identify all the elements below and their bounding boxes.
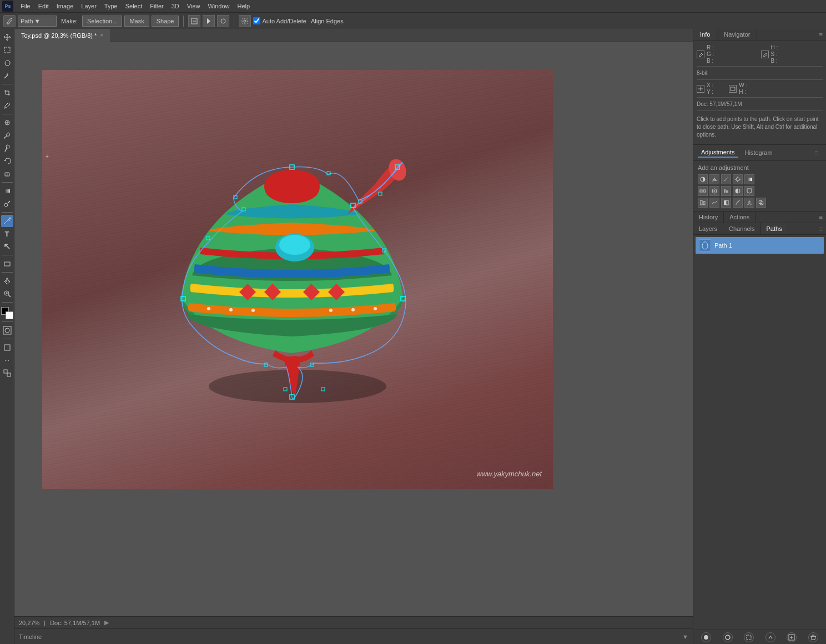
photo-filter-icon[interactable] — [744, 186, 754, 196]
fill-path-btn[interactable] — [701, 632, 711, 642]
black-white-icon[interactable] — [733, 186, 743, 196]
path-align-icon2[interactable] — [203, 15, 215, 27]
svg-point-65 — [736, 178, 739, 181]
dodge-tool[interactable] — [1, 198, 13, 210]
threshold-icon[interactable] — [744, 198, 754, 208]
marquee-tool[interactable] — [1, 44, 13, 56]
curves-icon[interactable] — [721, 174, 731, 184]
hue-saturation-icon[interactable] — [709, 186, 719, 196]
stamp-tool[interactable] — [1, 142, 13, 154]
adj-icons-row3 — [698, 198, 822, 208]
vibrance-icon[interactable] — [698, 186, 708, 196]
screen-mode-btn[interactable] — [1, 341, 13, 354]
path-to-selection-btn[interactable] — [744, 632, 754, 642]
background-color[interactable] — [6, 311, 13, 319]
selection-to-path-btn[interactable] — [765, 632, 775, 642]
gear-icon[interactable] — [239, 15, 251, 27]
timeline-collapse-btn[interactable]: ▼ — [682, 633, 688, 640]
menu-edit[interactable]: Edit — [34, 2, 53, 11]
tab-actions[interactable]: Actions — [724, 212, 756, 223]
menu-view[interactable]: View — [183, 2, 204, 11]
menu-image[interactable]: Image — [53, 2, 78, 11]
menu-window[interactable]: Window — [204, 2, 233, 11]
layers-panel-menu[interactable]: ≡ — [816, 223, 826, 234]
stroke-path-btn[interactable] — [723, 632, 733, 642]
zoom-level: 20,27% — [19, 620, 39, 626]
tool-sep2 — [2, 114, 13, 114]
heal-tool[interactable] — [1, 117, 13, 129]
path-selection-tool[interactable] — [1, 240, 13, 253]
auto-add-delete-checkbox[interactable] — [253, 17, 260, 24]
adj-content: Add an adjustment — [693, 161, 826, 211]
channel-mixer-icon[interactable] — [698, 198, 708, 208]
status-arrow[interactable]: ▶ — [104, 619, 109, 626]
tab-info[interactable]: Info — [693, 29, 717, 41]
pen-tool[interactable] — [1, 215, 13, 227]
adj-panel-menu[interactable]: ≡ — [812, 147, 822, 158]
arrange-btn[interactable] — [1, 367, 13, 379]
history-panel-menu[interactable]: ≡ — [816, 212, 826, 223]
pen-tool-icon[interactable] — [3, 15, 16, 27]
zoom-view-tool[interactable] — [1, 288, 13, 300]
color-lookup-icon[interactable] — [709, 198, 719, 208]
posterize-icon[interactable] — [733, 198, 743, 208]
new-path-btn[interactable] — [787, 632, 797, 642]
extra-tools-btn[interactable]: ··· — [1, 354, 13, 366]
path-arrange-icon[interactable] — [217, 15, 229, 27]
canvas-viewport[interactable]: www.yakymchuk.net + — [14, 42, 693, 616]
quick-mask-btn[interactable] — [1, 324, 13, 336]
svg-rect-16 — [4, 262, 10, 266]
timeline-bar: Timeline ▼ — [14, 628, 693, 644]
lasso-tool[interactable] — [1, 57, 13, 69]
menu-layer[interactable]: Layer — [77, 2, 100, 11]
color-swatches[interactable] — [1, 307, 13, 319]
svg-rect-78 — [703, 202, 705, 205]
eyedropper-tool[interactable] — [1, 99, 13, 112]
brush-tool[interactable] — [1, 129, 13, 142]
menu-help[interactable]: Help — [234, 2, 254, 11]
shape-button[interactable]: Shape — [152, 16, 179, 27]
gradient-tool[interactable] — [1, 185, 13, 197]
menu-filter[interactable]: Filter — [146, 2, 167, 11]
mask-button[interactable]: Mask — [124, 16, 149, 27]
gradient-map-icon[interactable] — [744, 174, 754, 184]
history-brush-tool[interactable] — [1, 155, 13, 167]
path-align-icon1[interactable] — [188, 15, 200, 27]
tab-layers[interactable]: Layers — [693, 223, 723, 234]
text-tool[interactable]: T — [1, 228, 13, 240]
menu-select[interactable]: Select — [122, 2, 147, 11]
color-balance-icon[interactable] — [721, 186, 731, 196]
tab-histogram[interactable]: Histogram — [742, 148, 776, 157]
invert-icon[interactable] — [721, 198, 731, 208]
menu-file[interactable]: File — [17, 2, 34, 11]
tab-navigator[interactable]: Navigator — [717, 29, 757, 41]
eraser-tool[interactable] — [1, 168, 13, 180]
adj-icons-row2 — [698, 186, 822, 196]
brightness-contrast-icon[interactable] — [698, 174, 708, 184]
selection-button[interactable]: Selection... — [82, 16, 122, 27]
tab-adjustments[interactable]: Adjustments — [698, 148, 738, 158]
make-label: Make: — [59, 18, 80, 24]
tab-history[interactable]: History — [693, 212, 724, 223]
menu-type[interactable]: Type — [100, 2, 122, 11]
path-item-1[interactable]: Path 1 — [696, 237, 824, 254]
exposure-icon[interactable] — [733, 174, 743, 184]
tab-channels[interactable]: Channels — [723, 223, 760, 234]
magic-wand-tool[interactable] — [1, 69, 13, 82]
tool-mode-dropdown[interactable]: Path ▼ — [18, 16, 57, 27]
info-panel-menu[interactable]: ≡ — [816, 29, 826, 41]
paths-content[interactable]: Path 1 — [693, 235, 826, 630]
document-tab[interactable]: Toy.psd @ 20,3% (RGB/8) * × — [14, 29, 110, 42]
move-tool[interactable] — [1, 31, 13, 43]
tab-paths[interactable]: Paths — [761, 223, 788, 234]
selective-color-icon[interactable] — [756, 198, 766, 208]
tab-close-btn[interactable]: × — [100, 32, 103, 38]
shape-tool[interactable] — [1, 258, 13, 270]
pan-tool[interactable] — [1, 275, 13, 287]
menu-3d[interactable]: 3D — [168, 2, 183, 11]
canvas-image[interactable]: www.yakymchuk.net — [42, 70, 553, 489]
crop-tool[interactable] — [1, 87, 13, 99]
svg-rect-74 — [724, 189, 726, 193]
delete-path-btn[interactable] — [808, 632, 818, 642]
levels-icon[interactable] — [709, 174, 719, 184]
